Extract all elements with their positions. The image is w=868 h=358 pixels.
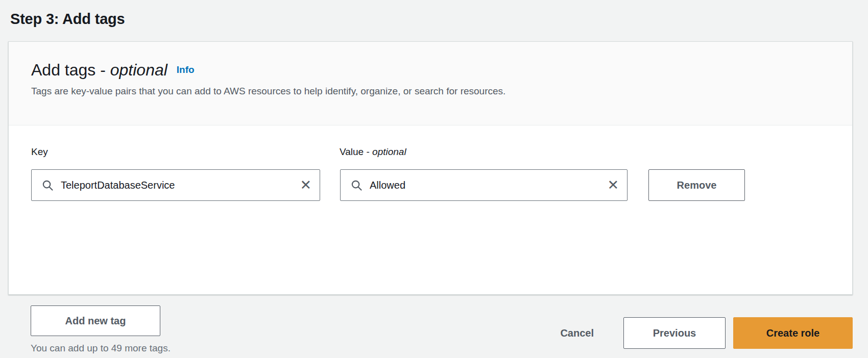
- clear-key-icon[interactable]: ✕: [295, 178, 311, 192]
- create-role-button[interactable]: Create role: [733, 317, 853, 349]
- remove-tag-button[interactable]: Remove: [648, 169, 745, 201]
- tags-remaining-note: You can add up to 49 more tags.: [31, 343, 171, 354]
- value-label-optional: optional: [372, 146, 406, 157]
- page-title: Step 3: Add tags: [10, 11, 125, 28]
- tag-value-input[interactable]: [370, 180, 602, 191]
- tag-value-field: ✕: [340, 169, 628, 201]
- panel-header: Add tags - optionalInfo Tags are key-val…: [9, 42, 852, 125]
- tag-key-field: ✕: [31, 169, 320, 201]
- info-link[interactable]: Info: [177, 64, 195, 75]
- cancel-button[interactable]: Cancel: [560, 327, 594, 339]
- value-label: Value - optional: [340, 146, 406, 158]
- panel-description: Tags are key-value pairs that you can ad…: [31, 85, 830, 97]
- clear-value-icon[interactable]: ✕: [602, 178, 619, 192]
- wizard-footer: Cancel Previous Create role: [560, 317, 853, 349]
- page: Step 3: Add tags Add tags - optionalInfo…: [0, 0, 868, 358]
- tag-key-input[interactable]: [61, 180, 295, 191]
- panel-body: Key Value - optional ✕ ✕ R: [9, 125, 852, 295]
- value-label-text: Value -: [340, 146, 372, 157]
- add-tags-panel: Add tags - optionalInfo Tags are key-val…: [8, 41, 853, 295]
- panel-title-optional: optional: [110, 61, 167, 79]
- previous-button[interactable]: Previous: [623, 317, 726, 349]
- panel-title: Add tags - optionalInfo: [31, 61, 830, 79]
- search-icon: [351, 180, 363, 191]
- panel-title-text: Add tags -: [31, 61, 110, 79]
- search-icon: [42, 180, 54, 191]
- key-label: Key: [31, 146, 48, 158]
- add-new-tag-button[interactable]: Add new tag: [31, 305, 160, 336]
